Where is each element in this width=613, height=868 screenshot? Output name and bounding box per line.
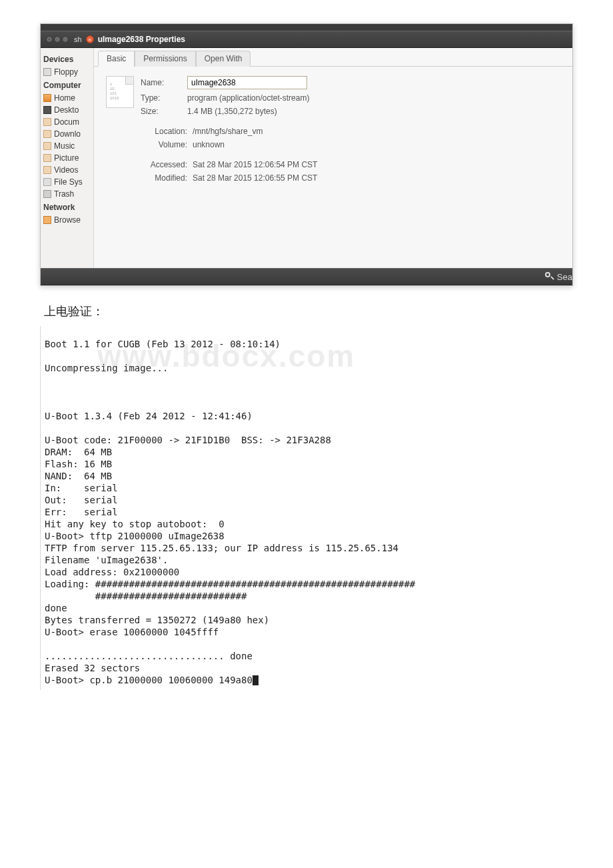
desktop-icon xyxy=(43,106,51,114)
sidebar-item-label: File Sys xyxy=(54,177,83,187)
sidebar-item-label: Floppy xyxy=(54,67,78,77)
search-field[interactable]: Sea xyxy=(545,272,572,282)
trash-icon xyxy=(43,190,51,198)
name-label: Name: xyxy=(141,78,187,87)
sidebar-item-label: Docum xyxy=(54,117,79,127)
sidebar-item-floppy[interactable]: Floppy xyxy=(43,66,91,78)
window-path-bar xyxy=(41,24,572,31)
name-input[interactable] xyxy=(187,76,307,89)
sidebar-item-pictures[interactable]: Picture xyxy=(43,152,91,164)
volume-label: Volume: xyxy=(141,140,193,149)
type-value: program (application/octet-stream) xyxy=(187,93,309,103)
search-label: Sea xyxy=(557,272,572,282)
sidebar-item-label: Deskto xyxy=(54,105,79,115)
section-heading: 上电验证： xyxy=(44,303,573,319)
location-label: Location: xyxy=(141,127,193,136)
downloads-icon xyxy=(43,130,51,138)
file-manager-window: × sh × uImage2638 Properties Devices Flo… xyxy=(40,23,573,286)
size-value: 1.4 MB (1,350,272 bytes) xyxy=(187,107,277,116)
sidebar-head-computer: Computer xyxy=(43,81,91,90)
sidebar-item-browse[interactable]: Browse xyxy=(43,214,91,226)
search-icon xyxy=(545,272,554,281)
sidebar-item-music[interactable]: Music xyxy=(43,140,91,152)
sidebar-item-desktop[interactable]: Deskto xyxy=(43,104,91,116)
sidebar-item-label: Trash xyxy=(54,189,74,199)
sidebar-item-home[interactable]: Home xyxy=(43,92,91,104)
terminal-output: Boot 1.1 for CUGB (Feb 13 2012 - 08:10:1… xyxy=(40,326,573,690)
sidebar-item-label: Browse xyxy=(54,215,81,225)
sidebar-item-trash[interactable]: Trash xyxy=(43,188,91,200)
sidebar-item-label: Picture xyxy=(54,153,79,163)
properties-panel: Basic Permissions Open With 1101011010 N… xyxy=(94,48,572,268)
window-maximize-button[interactable] xyxy=(62,36,69,43)
size-label: Size: xyxy=(141,107,187,116)
music-icon xyxy=(43,142,51,150)
sidebar-item-downloads[interactable]: Downlo xyxy=(43,128,91,140)
pictures-icon xyxy=(43,154,51,162)
dialog-titlebar: × sh × uImage2638 Properties xyxy=(41,31,572,48)
accessed-label: Accessed: xyxy=(141,160,193,169)
sidebar-head-network: Network xyxy=(43,203,91,212)
terminal-cursor xyxy=(253,675,259,685)
volume-value: unknown xyxy=(193,140,225,149)
type-label: Type: xyxy=(141,93,187,103)
accessed-value: Sat 28 Mar 2015 12:06:54 PM CST xyxy=(193,160,317,169)
sidebar-item-filesystem[interactable]: File Sys xyxy=(43,176,91,188)
places-sidebar: Devices Floppy Computer Home Deskto Docu… xyxy=(41,48,94,268)
floppy-icon xyxy=(43,68,51,76)
tab-basic[interactable]: Basic xyxy=(98,51,135,67)
tab-open-with[interactable]: Open With xyxy=(196,51,251,67)
videos-icon xyxy=(43,166,51,174)
sidebar-item-documents[interactable]: Docum xyxy=(43,116,91,128)
browse-icon xyxy=(43,216,51,224)
sidebar-item-label: Videos xyxy=(54,165,78,175)
documents-icon xyxy=(43,118,51,126)
tab-permissions[interactable]: Permissions xyxy=(135,51,195,67)
modified-value: Sat 28 Mar 2015 12:06:55 PM CST xyxy=(193,173,317,183)
window-close-button[interactable]: × xyxy=(46,36,53,43)
sh-label: sh xyxy=(74,35,86,43)
filesystem-icon xyxy=(43,178,51,186)
sidebar-item-videos[interactable]: Videos xyxy=(43,164,91,176)
dialog-close-icon[interactable]: × xyxy=(86,35,94,43)
modified-label: Modified: xyxy=(141,173,193,183)
sidebar-item-label: Home xyxy=(54,93,75,103)
sidebar-item-label: Music xyxy=(54,141,75,151)
file-type-icon: 1101011010 xyxy=(106,76,134,108)
location-value: /mnt/hgfs/share_vm xyxy=(193,127,263,136)
terminal-text: Boot 1.1 for CUGB (Feb 13 2012 - 08:10:1… xyxy=(45,339,415,685)
home-icon xyxy=(43,94,51,102)
sidebar-head-devices: Devices xyxy=(43,55,91,64)
dialog-title: uImage2638 Properties xyxy=(98,35,185,44)
window-minimize-button[interactable] xyxy=(54,36,61,43)
sidebar-item-label: Downlo xyxy=(54,129,81,139)
